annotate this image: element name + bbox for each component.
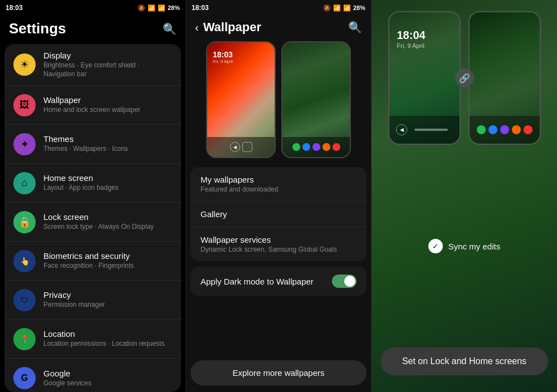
settings-item-lockscreen[interactable]: 🔒 Lock screen Screen lock type · Always … (4, 203, 181, 242)
large-home-bottom (470, 116, 540, 144)
wallpaper-header: ‹ Wallpaper 🔍 (186, 16, 371, 41)
homescreen-wallpaper-preview (282, 42, 350, 157)
settings-item-themes[interactable]: ✦ Themes Themes · Wallpapers · Icons (4, 125, 181, 164)
w-mute-icon: 🔕 (323, 4, 331, 12)
homescreen-sub: Layout · App icon badges (43, 184, 172, 193)
wallpaper-search-icon[interactable]: 🔍 (348, 21, 362, 34)
dark-mode-group: Apply Dark mode to Wallpaper (190, 267, 367, 296)
sync-label: Sync my edits (448, 242, 500, 251)
homescreen-text: Home screen Layout · App icon badges (43, 173, 172, 193)
preview-home-btn (242, 142, 252, 152)
wallpaper-sub: Home and lock screen wallpaper (43, 106, 172, 115)
wallpaper-previews: 18:03 Fri, 9 April ◀ (186, 41, 371, 167)
google-sub: Google services (43, 379, 172, 388)
lockscreen-title: Lock screen (43, 212, 172, 222)
large-app-dot-2 (488, 125, 497, 134)
wifi-icon: 📶 (148, 4, 155, 12)
biometrics-sub: Face recognition · Fingerprints (43, 262, 172, 271)
wallpaper-status-icons: 🔕 📶 📶 28% (323, 4, 365, 12)
preview-lock-time: 18:03 (213, 50, 233, 59)
large-app-dot-4 (512, 125, 521, 134)
preview-lock-date: Fri, 9 April (213, 59, 233, 64)
battery-icon: 28% (168, 4, 180, 11)
settings-search-icon[interactable]: 🔍 (163, 22, 177, 36)
display-title: Display (43, 51, 172, 60)
lockscreen-wallpaper-preview: 18:03 Fri, 9 April ◀ (207, 42, 275, 157)
themes-sub: Themes · Wallpapers · Icons (43, 145, 172, 154)
app-dot-2 (302, 143, 310, 151)
preview-lock-bottom: ◀ (207, 137, 275, 157)
wallpaper-options: My wallpapers Featured and downloaded Ga… (186, 167, 371, 356)
wallpaper-title: Wallpaper (43, 95, 172, 105)
settings-item-homescreen[interactable]: ⌂ Home screen Layout · App icon badges (4, 164, 181, 203)
large-app-dot-1 (477, 125, 486, 134)
privacy-text: Privacy Permission manager (43, 290, 172, 310)
preview-panel: 18:04 Fri, 9 April ◀ 🔗 ✓ Sync my edits S… (372, 0, 557, 392)
biometrics-icon: 👆 (13, 250, 36, 272)
status-time: 18:03 (6, 4, 23, 12)
location-title: Location (43, 329, 172, 339)
large-lock-bottom: ◀ (389, 116, 460, 144)
mute-icon: 🔕 (138, 4, 145, 12)
location-icon: 📍 (13, 328, 36, 350)
display-icon: ☀ (13, 53, 36, 76)
large-app-dot-3 (500, 125, 509, 134)
privacy-icon: 🛡 (13, 289, 36, 311)
settings-item-privacy[interactable]: 🛡 Privacy Permission manager (4, 281, 181, 320)
settings-item-wallpaper[interactable]: 🖼 Wallpaper Home and lock screen wallpap… (4, 86, 181, 125)
lockscreen-preview-phone[interactable]: 18:03 Fri, 9 April ◀ (206, 41, 276, 158)
wallpaper-icon: 🖼 (13, 94, 36, 116)
settings-item-location[interactable]: 📍 Location Location permissions · Locati… (4, 320, 181, 359)
settings-list: ☀ Display Brightness · Eye comfort shiel… (4, 44, 181, 392)
biometrics-title: Biometrics and security (43, 251, 172, 261)
large-lockscreen-preview[interactable]: 18:04 Fri, 9 April ◀ (388, 11, 461, 145)
large-previews-container: 18:04 Fri, 9 April ◀ 🔗 (388, 11, 541, 145)
settings-header: Settings 🔍 (0, 16, 185, 44)
wallpaper-panel-title: Wallpaper (203, 20, 348, 35)
wallpaper-status-bar: 18:03 🔕 📶 📶 28% (186, 0, 371, 16)
my-wallpapers-sub: Featured and downloaded (201, 185, 356, 193)
gallery-option[interactable]: Gallery (190, 202, 367, 227)
back-button[interactable]: ‹ (195, 21, 199, 34)
wallpaper-panel: 18:03 🔕 📶 📶 28% ‹ Wallpaper 🔍 18:03 Fri,… (185, 0, 372, 392)
location-text: Location Location permissions · Location… (43, 329, 172, 349)
my-wallpapers-title: My wallpapers (201, 175, 356, 184)
app-dot-1 (292, 143, 300, 151)
settings-panel: 18:03 🔕 📶 📶 28% Settings 🔍 ☀ Display Bri… (0, 0, 185, 392)
homescreen-title: Home screen (43, 173, 172, 183)
google-text: Google Google services (43, 369, 172, 388)
settings-item-display[interactable]: ☀ Display Brightness · Eye comfort shiel… (4, 44, 181, 86)
wallpaper-services-title: Wallpaper services (201, 235, 356, 244)
w-wifi-icon: 📶 (333, 4, 341, 12)
w-signal-icon: 📶 (343, 4, 351, 12)
homescreen-icon: ⌂ (13, 172, 36, 194)
dark-mode-toggle[interactable] (332, 275, 356, 288)
status-bar: 18:03 🔕 📶 📶 28% (0, 0, 185, 16)
settings-item-google[interactable]: G Google Google services (4, 359, 181, 392)
app-dot-4 (323, 143, 330, 151)
my-wallpapers-option[interactable]: My wallpapers Featured and downloaded (190, 167, 367, 202)
dark-mode-toggle-row: Apply Dark mode to Wallpaper (190, 267, 367, 296)
wallpaper-status-time: 18:03 (192, 4, 209, 12)
settings-item-biometrics[interactable]: 👆 Biometrics and security Face recogniti… (4, 242, 181, 281)
large-homescreen-preview[interactable] (468, 11, 541, 145)
homescreen-preview-phone[interactable] (281, 41, 351, 158)
set-wallpaper-button[interactable]: Set on Lock and Home screens (380, 347, 548, 375)
themes-icon: ✦ (13, 133, 36, 155)
preview-back-btn: ◀ (230, 142, 240, 152)
gallery-title: Gallery (201, 209, 356, 219)
settings-title: Settings (9, 20, 66, 37)
lockscreen-icon: 🔒 (13, 211, 36, 233)
display-sub: Brightness · Eye comfort shield · Naviga… (43, 61, 172, 79)
privacy-title: Privacy (43, 290, 172, 300)
themes-text: Themes Themes · Wallpapers · Icons (43, 134, 172, 154)
sync-check-icon: ✓ (428, 239, 443, 253)
sync-row: ✓ Sync my edits (428, 239, 500, 253)
lockscreen-text: Lock screen Screen lock type · Always On… (43, 212, 172, 232)
w-battery: 28% (353, 4, 365, 11)
large-lock-date: Fri, 9 April (397, 42, 425, 49)
lockscreen-sub: Screen lock type · Always On Display (43, 223, 172, 232)
wallpaper-services-option[interactable]: Wallpaper services Dynamic Lock screen, … (190, 227, 367, 261)
explore-wallpapers-button[interactable]: Explore more wallpapers (190, 360, 367, 385)
app-dot-3 (312, 143, 320, 151)
